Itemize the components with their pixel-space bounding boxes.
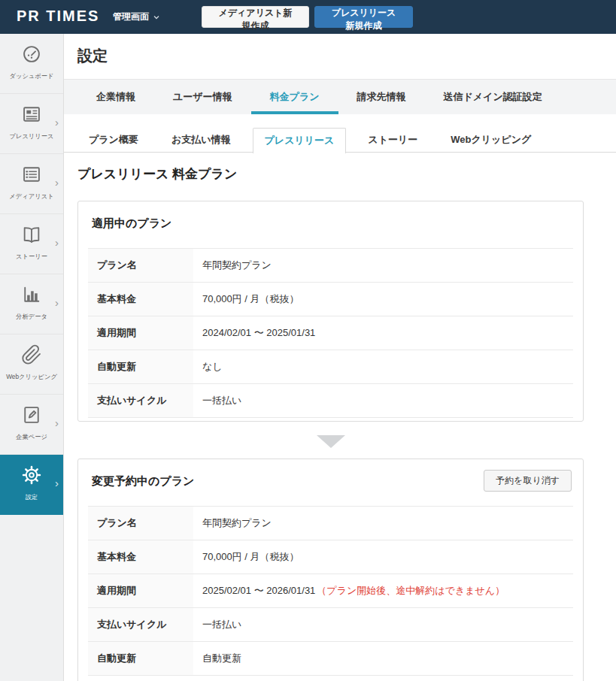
chevron-right-icon: › <box>55 237 59 248</box>
chevron-right-icon: › <box>55 117 59 128</box>
sidebar-item-story[interactable]: › ストーリー <box>0 214 63 274</box>
page-edit-icon <box>21 404 42 428</box>
current-plan-card: 適用中のプラン プラン名 年間契約プラン 基本料金 70,000円 / 月（税抜… <box>77 201 584 422</box>
sidebar-item-label: プレスリリース <box>2 132 60 141</box>
subtab-1[interactable]: プラン概要 <box>77 128 150 152</box>
plan-row-value: 一括払い <box>193 384 573 417</box>
down-arrow-icon <box>317 435 345 448</box>
plan-row-value: 自動更新 <box>193 642 573 675</box>
paperclip-icon <box>21 344 42 368</box>
plan-row-value: なし <box>193 350 573 383</box>
cancel-reservation-button[interactable]: 予約を取り消す <box>484 470 572 492</box>
plan-row-label: プラン名 <box>88 507 193 540</box>
sidebar-item-analytics[interactable]: › 分析データ <box>0 274 63 334</box>
sidebar-item-settings[interactable]: › 設定 <box>0 455 63 515</box>
page-title: 設定 <box>77 46 108 66</box>
subtab-5[interactable]: Webクリッピング <box>439 128 542 152</box>
sidebar-item-dashboard[interactable]: › ダッシュボード <box>0 34 63 94</box>
gear-icon <box>21 465 42 489</box>
sidebar-item-label: Webクリッピング <box>2 373 60 382</box>
subtab-2[interactable]: お支払い情報 <box>160 128 242 152</box>
sidebar-item-label: ダッシュボード <box>2 72 60 81</box>
plan-row: プラン名 年間契約プラン <box>88 507 573 540</box>
subtab-4[interactable]: ストーリー <box>357 128 429 152</box>
current-plan-title: 適用中のプラン <box>92 216 171 231</box>
chevron-right-icon: › <box>55 477 59 489</box>
book-icon <box>21 224 42 248</box>
plan-row: 支払いサイクル 一括払い <box>88 384 573 418</box>
reserved-plan-card: 変更予約中のプラン 予約を取り消す プラン名 年間契約プラン 基本料金 70,0… <box>77 459 584 681</box>
plan-row-label: 支払いサイクル <box>88 608 193 641</box>
plan-row-value: 一括払い <box>193 608 573 641</box>
plan-row-label: 支払いサイクル <box>88 384 193 417</box>
plan-row-value: 2025/02/01 〜 2026/01/31（プラン開始後、途中解約はできませ… <box>193 574 573 607</box>
plan-row-label: 基本料金 <box>88 283 193 316</box>
newspaper-icon <box>21 104 42 128</box>
plan-row-label: 適用期間 <box>88 316 193 350</box>
prtimes-logo[interactable]: PR TIMES <box>17 8 99 25</box>
plan-row-value: 70,000円 / 月（税抜） <box>193 283 573 316</box>
admin-menu[interactable]: 管理画面 <box>113 11 161 23</box>
plan-row-value: 70,000円 / 月（税抜） <box>193 540 573 574</box>
sidebar-item-label: 企業ページ <box>2 433 60 442</box>
plan-row-label: プラン名 <box>88 249 193 282</box>
plan-row-label: 自動更新 <box>88 350 193 383</box>
sidebar: › ダッシュボード › プレスリリース › メディアリスト › ストーリー › … <box>0 34 64 681</box>
chevron-right-icon: › <box>55 417 59 428</box>
reserved-plan-title: 変更予約中のプラン <box>92 474 194 489</box>
plan-row: 自動更新 なし <box>88 350 573 384</box>
plan-row: 支払いサイクル 一括払い <box>88 608 573 642</box>
plan-row: 基本料金 70,000円 / 月（税抜） <box>88 283 573 316</box>
chevron-down-icon <box>152 13 161 22</box>
plan-row-label: 適用期間 <box>88 574 193 607</box>
main-content: 設定 企業情報ユーザー情報料金プラン請求先情報送信ドメイン認証設定 プラン概要お… <box>64 34 616 681</box>
topbar: PR TIMES 管理画面 メディアリスト新規作成 プレスリリース新規作成 <box>0 0 616 34</box>
subtab-3[interactable]: プレスリリース <box>253 128 347 153</box>
sidebar-item-label: ストーリー <box>2 253 60 262</box>
sidebar-item-press-release[interactable]: › プレスリリース <box>0 94 63 154</box>
sidebar-item-label: 設定 <box>2 493 60 502</box>
sidebar-item-label: 分析データ <box>2 313 60 322</box>
sidebar-item-company-page[interactable]: › 企業ページ <box>0 395 63 455</box>
section-title: プレスリリース 料金プラン <box>77 165 237 183</box>
chevron-right-icon: › <box>55 297 59 308</box>
tab-4[interactable]: 請求先情報 <box>338 80 425 114</box>
sidebar-item-media-list[interactable]: › メディアリスト <box>0 154 63 214</box>
list-icon <box>21 164 42 188</box>
tab-5[interactable]: 送信ドメイン認証設定 <box>425 80 561 114</box>
tab-2[interactable]: ユーザー情報 <box>154 80 251 114</box>
plan-row-value: 2024/02/01 〜 2025/01/31 <box>193 316 573 350</box>
current-plan-table: プラン名 年間契約プラン 基本料金 70,000円 / 月（税抜） 適用期間 2… <box>88 248 573 418</box>
plan-row: 適用期間 2025/02/01 〜 2026/01/31（プラン開始後、途中解約… <box>88 574 573 608</box>
plan-row: 自動更新 自動更新 <box>88 642 573 676</box>
sidebar-item-label: メディアリスト <box>2 192 60 201</box>
create-media-list-button[interactable]: メディアリスト新規作成 <box>202 6 309 28</box>
plan-row-note: （プラン開始後、途中解約はできません） <box>317 585 505 596</box>
plan-row: 基本料金 70,000円 / 月（税抜） <box>88 540 573 574</box>
tab-1[interactable]: 企業情報 <box>77 80 154 114</box>
admin-menu-label: 管理画面 <box>113 11 149 23</box>
reserved-plan-table: プラン名 年間契約プラン 基本料金 70,000円 / 月（税抜） 適用期間 2… <box>88 506 573 676</box>
plan-row: プラン名 年間契約プラン <box>88 249 573 283</box>
main-tabs: 企業情報ユーザー情報料金プラン請求先情報送信ドメイン認証設定 <box>64 80 616 114</box>
plan-row-value: 年間契約プラン <box>193 507 573 540</box>
plan-row-label: 基本料金 <box>88 540 193 574</box>
bar-chart-icon <box>21 284 42 308</box>
tab-3[interactable]: 料金プラン <box>251 80 338 114</box>
sidebar-item-web-clipping[interactable]: › Webクリッピング <box>0 334 63 395</box>
sub-tabs: プラン概要お支払い情報プレスリリースストーリーWebクリッピング <box>64 128 616 153</box>
dashboard-icon <box>21 44 42 68</box>
plan-row-value: 年間契約プラン <box>193 249 573 282</box>
chevron-right-icon: › <box>55 177 59 188</box>
create-press-release-button[interactable]: プレスリリース新規作成 <box>314 6 413 28</box>
plan-row-label: 自動更新 <box>88 642 193 675</box>
plan-row: 適用期間 2024/02/01 〜 2025/01/31 <box>88 316 573 350</box>
